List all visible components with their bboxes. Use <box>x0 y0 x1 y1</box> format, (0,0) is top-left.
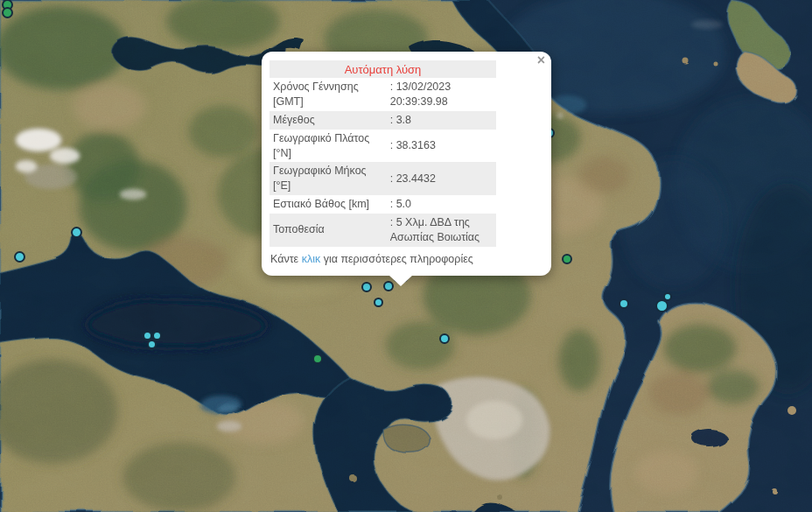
popup-row: Χρόνος Γέννησης [GMT]: 13/02/2023 20:39:… <box>270 78 496 111</box>
footer-text-prefix: Κάντε <box>270 253 302 265</box>
popup-title: Αυτόματη λύση <box>270 60 496 78</box>
earthquake-marker[interactable] <box>312 354 323 364</box>
earthquake-marker[interactable] <box>2 7 13 18</box>
row-label: Εστιακό Βάθος [km] <box>270 195 387 214</box>
popup-row: Μέγεθος: 3.8 <box>270 111 496 130</box>
popup-row: Γεωγραφικό Πλάτος [°N]: 38.3163 <box>270 130 496 163</box>
earthquake-marker[interactable] <box>143 331 152 340</box>
row-value: : 23.4432 <box>387 162 496 195</box>
popup-content: Αυτόματη λύση Χρόνος Γέννησης [GMT]: 13/… <box>262 52 551 276</box>
row-label: Γεωγραφικό Πλάτος [°N] <box>270 130 387 163</box>
popup-row: Τοποθεσία: 5 Χλμ. ΔΒΔ της Ασωπίας Βοιωτί… <box>270 214 496 247</box>
row-value: : 13/02/2023 20:39:39.98 <box>387 78 496 111</box>
more-info-link[interactable]: κλικ <box>302 253 321 265</box>
earthquake-marker[interactable] <box>147 340 157 349</box>
earthquake-marker[interactable] <box>562 254 572 264</box>
earthquake-marker[interactable] <box>361 282 372 292</box>
row-label: Τοποθεσία <box>270 214 387 247</box>
earthquake-info-table: Χρόνος Γέννησης [GMT]: 13/02/2023 20:39:… <box>270 78 496 247</box>
earthquake-marker[interactable] <box>619 298 629 309</box>
earthquake-marker[interactable] <box>655 299 668 312</box>
earthquake-marker[interactable] <box>152 331 162 340</box>
footer-text-suffix: για περισσότερες πληροφορίες <box>320 253 473 265</box>
earthquake-marker[interactable] <box>71 227 82 238</box>
earthquake-popup: × Αυτόματη λύση Χρόνος Γέννησης [GMT]: 1… <box>262 52 551 276</box>
row-value: : 5 Χλμ. ΔΒΔ της Ασωπίας Βοιωτίας <box>387 214 496 247</box>
row-label: Γεωγραφικό Μήκος [°E] <box>270 162 387 195</box>
row-value: : 38.3163 <box>387 130 496 163</box>
row-label: Χρόνος Γέννησης [GMT] <box>270 78 387 111</box>
popup-tail <box>388 275 413 286</box>
row-label: Μέγεθος <box>270 111 387 130</box>
popup-footer: Κάντε κλικ για περισσότερες πληροφορίες <box>270 253 515 265</box>
row-value: : 3.8 <box>387 111 496 130</box>
popup-row: Εστιακό Βάθος [km]: 5.0 <box>270 195 496 214</box>
earthquake-marker[interactable] <box>14 251 25 263</box>
earthquake-marker[interactable] <box>439 333 450 344</box>
earthquake-marker[interactable] <box>374 298 383 307</box>
close-icon[interactable]: × <box>537 54 545 67</box>
popup-row: Γεωγραφικό Μήκος [°E]: 23.4432 <box>270 162 496 195</box>
row-value: : 5.0 <box>387 195 496 214</box>
